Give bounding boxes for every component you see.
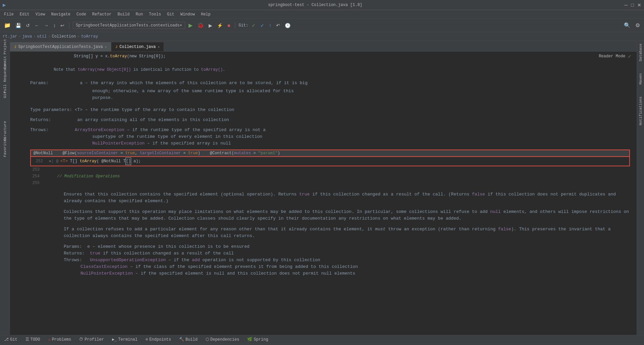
problems-icon: ⚠ bbox=[48, 337, 50, 342]
toolbar-back-button[interactable]: ← bbox=[33, 22, 41, 29]
reader-mode-check[interactable]: ✓ bbox=[628, 53, 631, 60]
titlebar: ▶ springboot-test - Collection.java [1.8… bbox=[0, 0, 644, 10]
menu-window[interactable]: Window bbox=[178, 11, 198, 17]
coverage-button[interactable]: ▶ bbox=[207, 22, 214, 29]
toolbar: 📁 💾 ↺ ← → ↕ ↩ SpringbootTestApplicationT… bbox=[0, 19, 644, 32]
breadcrumb-toarray[interactable]: toArray bbox=[81, 34, 98, 39]
titlebar-controls: ─ □ ✕ bbox=[625, 2, 641, 8]
git-push-button[interactable]: ↑ bbox=[268, 22, 273, 29]
right-panel-notifications[interactable]: Notifications bbox=[639, 97, 643, 125]
breadcrumb-sep-3: › bbox=[48, 34, 50, 39]
breadcrumb-util[interactable]: util bbox=[37, 34, 47, 39]
menu-code[interactable]: Code bbox=[74, 11, 89, 17]
sidebar-structure-icon[interactable]: Structure bbox=[1, 127, 9, 135]
code-line-252: 252 ●| @ <T> T[] toArray( @NotNull T[] a… bbox=[34, 158, 627, 165]
endpoints-icon: ⊙ bbox=[146, 337, 148, 342]
highlighted-code-container: @NotNull @Flow(sourceIsContainer = true,… bbox=[30, 150, 630, 166]
breadcrumb-collection[interactable]: Collection bbox=[52, 34, 76, 39]
status-indent[interactable]: 4 spaces bbox=[583, 344, 605, 345]
right-panel-maven[interactable]: Maven bbox=[639, 73, 643, 84]
sidebar-favorites-icon[interactable]: Favorites bbox=[1, 143, 9, 152]
right-panel-database[interactable]: Database bbox=[639, 44, 643, 61]
menu-run[interactable]: Run bbox=[133, 11, 146, 17]
profile-button[interactable]: ⚡ bbox=[216, 22, 224, 29]
todo-label: TODO bbox=[31, 337, 40, 342]
debug-button[interactable]: 🐞 bbox=[196, 21, 205, 29]
toolbar-undo-button[interactable]: ↩ bbox=[59, 22, 66, 29]
bottom-dependencies[interactable]: ⬡ Dependencies bbox=[204, 337, 240, 342]
settings-button[interactable]: ⚙ bbox=[634, 21, 641, 29]
line-num-253: 253 bbox=[30, 166, 44, 173]
breadcrumb-java[interactable]: java bbox=[22, 34, 32, 39]
search-everywhere-button[interactable]: 🔍 bbox=[623, 21, 632, 29]
tab-collection-close[interactable]: ✕ bbox=[158, 45, 160, 49]
menu-edit[interactable]: Edit bbox=[17, 11, 32, 17]
code-area[interactable]: Reader Mode ✓ String[] y = x.toArray(new… bbox=[10, 52, 637, 335]
menu-help[interactable]: Help bbox=[198, 11, 213, 17]
tab-springboot-test[interactable]: J SpringbootTestApplicationTests.java ✕ bbox=[10, 42, 111, 51]
bottom-spring[interactable]: 🌿 Spring bbox=[246, 337, 269, 342]
menu-refactor[interactable]: Refactor bbox=[90, 11, 114, 17]
bottom-todo[interactable]: ☰ TODO bbox=[24, 337, 42, 342]
toolbar-forward-button[interactable]: → bbox=[43, 22, 50, 29]
toolbar-refresh-button[interactable]: ↺ bbox=[24, 22, 31, 29]
run-config-selector[interactable]: SpringbootTestApplicationTests.contextLo… bbox=[73, 22, 185, 29]
bottom-build[interactable]: 🔨 Build bbox=[178, 337, 199, 342]
doc-throws-add-2: ClassCastException – if the class of the… bbox=[10, 264, 637, 270]
run-button[interactable]: ▶ bbox=[187, 21, 194, 29]
tab-springboot-close[interactable]: ✕ bbox=[105, 45, 107, 49]
menu-file[interactable]: File bbox=[1, 11, 16, 17]
status-vcs[interactable]: ✓ bbox=[3, 344, 9, 345]
highlighted-code-line: 252 ●| @ <T> T[] toArray( @NotNull T[] a… bbox=[30, 156, 630, 166]
annotation-bar: @NotNull @Flow(sourceIsContainer = true,… bbox=[30, 150, 630, 156]
toolbar-separator-1 bbox=[69, 22, 69, 29]
menu-navigate[interactable]: Navigate bbox=[48, 11, 73, 17]
bottom-git[interactable]: ⎇ Git bbox=[3, 337, 19, 342]
sidebar-git-icon[interactable]: Git bbox=[1, 91, 9, 99]
maximize-button[interactable]: □ bbox=[631, 2, 634, 8]
status-branch[interactable]: ⎇ @bepotacafe bbox=[607, 344, 641, 345]
doc-ensures-1: Ensures that this collection contains th… bbox=[10, 191, 637, 205]
git-history-button[interactable]: 🕐 bbox=[283, 22, 292, 29]
breadcrumb-rtjar[interactable]: rt.jar bbox=[3, 34, 17, 39]
menu-git[interactable]: Git bbox=[164, 11, 177, 17]
tab-collection-label: Collection.java bbox=[119, 45, 156, 49]
toolbar-nav-button[interactable]: ↕ bbox=[52, 22, 57, 29]
git-checkmark-green[interactable]: ✓ bbox=[250, 22, 257, 29]
toolbar-save-button[interactable]: 💾 bbox=[14, 22, 22, 29]
tab-springboot-label: SpringbootTestApplicationTests.java bbox=[18, 45, 103, 49]
menu-view[interactable]: View bbox=[33, 11, 48, 17]
status-position[interactable]: 252:13 bbox=[534, 344, 551, 345]
bottom-endpoints[interactable]: ⊙ Endpoints bbox=[144, 337, 172, 342]
statusbar: ✓ Event Log 252:13 LF UTF-8 4 spaces ⎇ @… bbox=[0, 344, 644, 345]
menu-build[interactable]: Build bbox=[115, 11, 132, 17]
annotation-not-null: @NotNull bbox=[34, 151, 53, 156]
status-encoding[interactable]: UTF-8 bbox=[565, 344, 580, 345]
close-button[interactable]: ✕ bbox=[637, 2, 641, 8]
code-line-254: 254 // Modification Operations bbox=[30, 173, 637, 180]
sidebar-pullrequests-icon[interactable]: Pull Requests bbox=[1, 74, 9, 83]
git-rollback-button[interactable]: ↶ bbox=[275, 22, 281, 29]
stop-button[interactable]: ■ bbox=[226, 22, 231, 29]
status-linesep[interactable]: LF bbox=[554, 344, 562, 345]
bottom-problems[interactable]: ⚠ Problems bbox=[47, 337, 72, 342]
bottom-profiler[interactable]: ⏱ Profiler bbox=[78, 337, 105, 342]
toolbar-open-button[interactable]: 📁 bbox=[3, 21, 12, 29]
minimize-button[interactable]: ─ bbox=[625, 2, 628, 8]
code-toarray-call: String[] y = x.toArray(new String[0]); bbox=[34, 53, 166, 60]
code-254-comment: // Modification Operations bbox=[57, 173, 120, 180]
sidebar-project-icon[interactable]: Project bbox=[1, 42, 9, 51]
spacer-5 bbox=[10, 186, 637, 191]
status-event-log[interactable]: Event Log bbox=[10, 344, 34, 345]
breadcrumb: rt.jar › java › util › Collection › toAr… bbox=[0, 32, 644, 41]
code-line-empty-2 bbox=[10, 73, 637, 80]
menu-tools[interactable]: Tools bbox=[146, 11, 164, 17]
code-line-empty-1 bbox=[10, 60, 637, 66]
breadcrumb-sep-1: › bbox=[18, 34, 21, 39]
code-note-text: Note that toArray(new Object[0]) is iden… bbox=[34, 66, 225, 73]
doc-throws-add-1: Throws: UnsupportedOperationException – … bbox=[10, 257, 637, 264]
code-body: String[] y = x.toArray(new String[0]); N… bbox=[10, 52, 637, 335]
tab-collection[interactable]: J Collection.java ✕ bbox=[111, 42, 164, 51]
bottom-terminal[interactable]: ▶_ Terminal bbox=[111, 337, 139, 342]
git-checkmark-blue[interactable]: ✓ bbox=[259, 22, 266, 29]
